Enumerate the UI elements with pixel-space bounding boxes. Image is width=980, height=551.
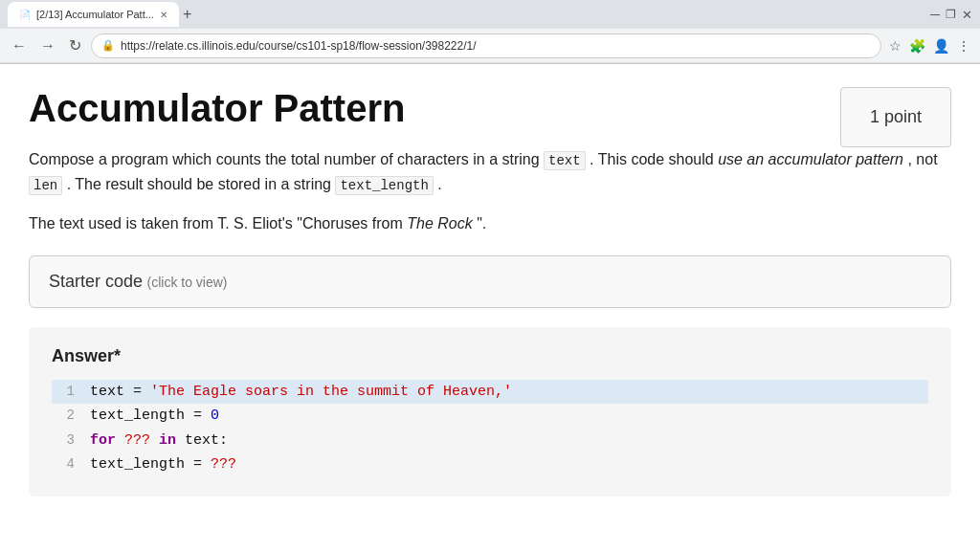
back-button[interactable]: ← [8, 35, 31, 56]
description-paragraph: Compose a program which counts the total… [29, 147, 951, 196]
desc-text-3: , not [907, 151, 937, 167]
code-line: 1text = 'The Eagle soars in the summit o… [52, 380, 928, 405]
code-token: ??? [124, 432, 150, 449]
code-text: text_length = 0 [90, 404, 219, 429]
menu-icon[interactable]: ⋮ [955, 36, 972, 55]
line-number: 2 [52, 405, 75, 428]
code-token [150, 432, 159, 449]
nav-actions: ☆ 🧩 👤 ⋮ [887, 36, 972, 55]
code-editor[interactable]: 1text = 'The Eagle soars in the summit o… [52, 380, 928, 477]
code-line: 4 text_length = ??? [52, 452, 928, 477]
code-token: 'The Eagle soars in the summit of Heaven… [150, 384, 512, 400]
code-text-inline: text [544, 151, 586, 170]
code-line: 3for ??? in text: [52, 429, 928, 453]
url-text: https://relate.cs.illinois.edu/course/cs… [121, 39, 871, 53]
points-badge: 1 point [840, 87, 951, 147]
code-token: for [90, 432, 116, 449]
page-title: Accumulator Pattern [29, 87, 951, 130]
starter-code-title: Starter code [49, 272, 143, 291]
source-description: The text used is taken from T. S. Eliot'… [29, 211, 951, 236]
forward-button[interactable]: → [36, 35, 59, 56]
lock-icon: 🔒 [101, 39, 115, 52]
desc-text-7: ". [477, 215, 486, 231]
profile-icon[interactable]: 👤 [931, 36, 951, 55]
code-token: in [159, 432, 176, 449]
starter-code-hint: (click to view) [147, 275, 228, 290]
code-token: text_length [90, 456, 185, 473]
desc-text-4: . The result should be stored in a strin… [67, 176, 331, 192]
code-token: text [90, 384, 124, 400]
desc-italic: use an accumulator pattern [718, 151, 903, 167]
extensions-icon[interactable]: 🧩 [907, 36, 927, 55]
code-len-inline: len [29, 176, 62, 195]
line-number: 4 [52, 453, 75, 476]
page-content: 1 point Accumulator Pattern Compose a pr… [0, 64, 980, 519]
code-token: text_length [90, 408, 185, 424]
new-tab-button[interactable]: + [183, 6, 191, 23]
answer-label: Answer* [52, 346, 928, 366]
bookmark-icon[interactable]: ☆ [887, 36, 903, 55]
code-text: for ??? in text: [90, 429, 228, 453]
code-text: text_length = ??? [90, 452, 236, 477]
code-text-length-inline: text_length [335, 176, 433, 195]
desc-text-1: Compose a program which counts the total… [29, 151, 540, 167]
starter-code-box[interactable]: Starter code (click to view) [29, 255, 951, 308]
tab-close-icon[interactable]: ✕ [160, 10, 167, 20]
active-tab[interactable]: 📄 [2/13] Accumulator Patt... ✕ [8, 2, 179, 27]
code-token: = [185, 456, 211, 473]
code-token: 0 [211, 408, 219, 424]
answer-section: Answer* 1text = 'The Eagle soars in the … [29, 327, 951, 496]
code-token: = [185, 408, 211, 424]
browser-chrome: 📄 [2/13] Accumulator Patt... ✕ + ─ ❐ ✕ ←… [0, 0, 980, 64]
code-token: = [124, 384, 150, 400]
code-text: text = 'The Eagle soars in the summit of… [90, 380, 512, 405]
code-token: ??? [211, 456, 236, 473]
reload-button[interactable]: ↻ [65, 34, 85, 56]
desc-text-2: . This code should [590, 151, 714, 167]
tab-bar: 📄 [2/13] Accumulator Patt... ✕ + ─ ❐ ✕ [0, 0, 980, 29]
line-number: 3 [52, 430, 75, 452]
close-window-icon[interactable]: ✕ [962, 8, 972, 22]
code-line: 2text_length = 0 [52, 404, 928, 429]
code-token: text: [176, 432, 228, 449]
line-number: 1 [52, 381, 75, 404]
desc-text-5: . [437, 176, 441, 192]
restore-icon[interactable]: ❐ [946, 8, 956, 21]
address-bar[interactable]: 🔒 https://relate.cs.illinois.edu/course/… [91, 33, 881, 58]
tab-title: [2/13] Accumulator Patt... [36, 9, 154, 20]
desc-text-6: The text used is taken from T. S. Eliot'… [29, 215, 403, 231]
nav-bar: ← → ↻ 🔒 https://relate.cs.illinois.edu/c… [0, 29, 980, 63]
minimize-icon[interactable]: ─ [930, 7, 940, 22]
rock-italic: The Rock [407, 215, 472, 231]
tab-favicon-icon: 📄 [19, 10, 31, 20]
code-token [116, 432, 124, 449]
